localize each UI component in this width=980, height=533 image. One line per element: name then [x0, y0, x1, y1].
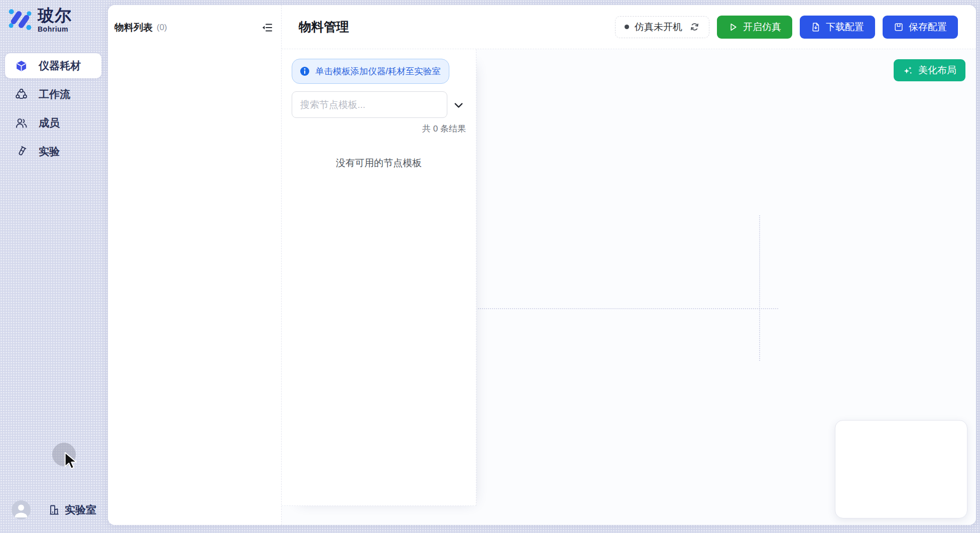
- avatar[interactable]: [12, 500, 31, 519]
- refresh-icon: [689, 22, 700, 32]
- status-label: 仿真未开机: [635, 21, 682, 34]
- start-simulation-button[interactable]: 开启仿真: [717, 16, 792, 39]
- sidebar-item-instruments[interactable]: 仪器耗材: [5, 53, 101, 78]
- bohrium-logo-icon: [7, 7, 33, 33]
- menu-fold-icon: [261, 22, 273, 34]
- sidebar-nav: 仪器耗材 工作流 成员: [5, 53, 101, 168]
- sidebar-item-label: 仪器耗材: [39, 59, 81, 73]
- canvas[interactable]: 单击模板添加仪器/耗材至实验室 共 0 条结果 没有可用的节点模板: [282, 49, 976, 525]
- beautify-layout-label: 美化布局: [918, 64, 956, 77]
- simulation-status-pill[interactable]: 仿真未开机: [615, 16, 709, 38]
- sidebar-footer: 实验室: [12, 500, 96, 519]
- page-title: 物料管理: [299, 19, 349, 35]
- beautify-layout-button[interactable]: 美化布局: [894, 59, 965, 81]
- save-config-label: 保存配置: [909, 21, 947, 34]
- material-list-panel: 物料列表 (0): [108, 5, 282, 525]
- main-card: 物料列表 (0) 物料管理: [108, 5, 976, 525]
- main-header: 物料管理 仿真未开机: [282, 5, 976, 49]
- brand-name: 玻尔: [38, 7, 72, 25]
- workflow-icon: [15, 88, 28, 101]
- sidebar-item-label: 成员: [39, 116, 60, 130]
- save-icon: [894, 22, 904, 32]
- main-area: 物料管理 仿真未开机: [282, 5, 976, 525]
- status-dot-icon: [625, 25, 629, 29]
- material-list-title: 物料列表: [114, 21, 153, 34]
- sidebar-item-workflow[interactable]: 工作流: [5, 82, 101, 107]
- members-icon: [15, 117, 28, 129]
- expand-collapse-button[interactable]: [453, 99, 464, 111]
- hint-banner-text: 单击模板添加仪器/耗材至实验室: [315, 65, 441, 77]
- mouse-cursor-icon: [64, 452, 77, 472]
- template-palette-panel: 单击模板添加仪器/耗材至实验室 共 0 条结果 没有可用的节点模板: [282, 49, 476, 506]
- canvas-guide-vertical: [759, 215, 760, 361]
- lab-entry[interactable]: 实验室: [48, 503, 96, 517]
- app-root: 玻尔 Bohrium 仪器耗材 工作流: [0, 0, 980, 533]
- brand-subtitle: Bohrium: [38, 25, 72, 33]
- building-icon: [48, 504, 60, 516]
- result-count: 共 0 条结果: [422, 123, 466, 135]
- info-icon: [300, 66, 310, 76]
- collapse-panel-button[interactable]: [261, 22, 273, 34]
- minimap[interactable]: [835, 420, 967, 518]
- empty-template-message: 没有可用的节点模板: [282, 157, 476, 170]
- brand-logo: 玻尔 Bohrium: [7, 7, 72, 33]
- hint-banner: 单击模板添加仪器/耗材至实验室: [292, 59, 449, 84]
- sidebar-item-label: 工作流: [39, 87, 70, 101]
- lab-label: 实验室: [65, 503, 96, 517]
- search-input[interactable]: [292, 91, 447, 118]
- start-simulation-label: 开启仿真: [743, 21, 781, 34]
- save-config-button[interactable]: 保存配置: [883, 16, 958, 39]
- chevron-down-icon: [453, 99, 464, 111]
- download-config-button[interactable]: 下载配置: [800, 16, 875, 39]
- file-download-icon: [811, 22, 821, 32]
- material-list-header: 物料列表 (0): [108, 5, 281, 34]
- play-icon: [728, 22, 738, 32]
- experiment-icon: [15, 146, 28, 158]
- refresh-status-button[interactable]: [689, 22, 700, 32]
- material-list-count: (0): [157, 23, 167, 33]
- cube-icon: [15, 60, 28, 72]
- sidebar-item-members[interactable]: 成员: [5, 110, 101, 136]
- person-icon: [12, 500, 31, 519]
- canvas-guide-horizontal: [478, 308, 778, 309]
- sparkles-icon: [903, 65, 913, 76]
- sidebar-item-experiment[interactable]: 实验: [5, 139, 101, 164]
- sidebar-item-label: 实验: [39, 145, 60, 159]
- download-config-label: 下载配置: [826, 21, 864, 34]
